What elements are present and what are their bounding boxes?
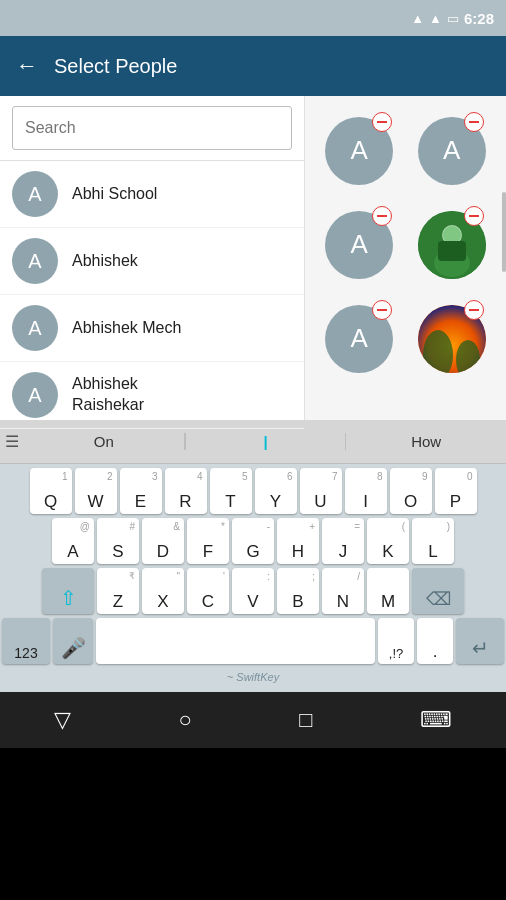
key-x[interactable]: "X <box>142 568 184 614</box>
key-e[interactable]: 3E <box>120 468 162 514</box>
avatar: A <box>12 372 58 418</box>
selected-person <box>408 296 497 381</box>
avatar: A <box>12 238 58 284</box>
suggestion-item-cursor: | <box>185 433 347 450</box>
remove-button[interactable] <box>464 300 484 320</box>
list-item[interactable]: A Abhishek <box>0 228 304 295</box>
contact-name: Abhishek <box>72 252 138 270</box>
list-item[interactable]: A Abhishek Mech <box>0 295 304 362</box>
main-content: A Abhi School A Abhishek A Abhishek Mech… <box>0 96 506 420</box>
suggestion-items: On | How <box>24 433 506 450</box>
key-r[interactable]: 4R <box>165 468 207 514</box>
list-item[interactable]: A Abhi School <box>0 161 304 228</box>
remove-button[interactable] <box>372 112 392 132</box>
suggestion-menu-icon[interactable]: ☰ <box>0 432 24 451</box>
key-g[interactable]: -G <box>232 518 274 564</box>
space-key[interactable] <box>96 618 375 664</box>
svg-rect-4 <box>438 241 466 261</box>
key-v[interactable]: :V <box>232 568 274 614</box>
key-f[interactable]: *F <box>187 518 229 564</box>
enter-key[interactable]: ↵ <box>456 618 504 664</box>
search-input[interactable] <box>12 106 292 150</box>
avatar: A <box>12 305 58 351</box>
search-box <box>0 96 304 161</box>
selected-person: A <box>315 202 404 287</box>
period-key[interactable]: . <box>417 618 453 664</box>
selected-person: A <box>408 108 497 193</box>
selected-person <box>408 202 497 287</box>
key-c[interactable]: 'C <box>187 568 229 614</box>
wifi-icon: ▲ <box>411 11 424 26</box>
nav-bar: ▽ ○ □ ⌨ <box>0 692 506 748</box>
key-i[interactable]: 8I <box>345 468 387 514</box>
status-time: 6:28 <box>464 10 494 27</box>
key-t[interactable]: 5T <box>210 468 252 514</box>
keyboard-row-4: 123 🎤 ,!? . ↵ <box>2 618 504 664</box>
remove-button[interactable] <box>372 206 392 226</box>
delete-key[interactable]: ⌫ <box>412 568 464 614</box>
key-a[interactable]: @A <box>52 518 94 564</box>
remove-button[interactable] <box>464 206 484 226</box>
back-button[interactable]: ← <box>16 53 38 79</box>
contact-name: Abhishek Mech <box>72 319 181 337</box>
key-m[interactable]: M <box>367 568 409 614</box>
mic-key[interactable]: 🎤 <box>53 618 93 664</box>
key-y[interactable]: 6Y <box>255 468 297 514</box>
keyboard: 1Q 2W 3E 4R 5T 6Y 7U 8I 9O 0P @A #S &D *… <box>0 464 506 692</box>
key-l[interactable]: )L <box>412 518 454 564</box>
key-h[interactable]: +H <box>277 518 319 564</box>
suggestion-item-how[interactable]: How <box>346 433 506 450</box>
key-w[interactable]: 2W <box>75 468 117 514</box>
list-item[interactable]: A AbhishekRaishekar <box>0 362 304 429</box>
app-bar: ← Select People <box>0 36 506 96</box>
key-z[interactable]: ₹Z <box>97 568 139 614</box>
selected-person: A <box>315 296 404 381</box>
status-icons: ▲ ▲ ▭ 6:28 <box>411 10 494 27</box>
key-q[interactable]: 1Q <box>30 468 72 514</box>
nav-recents-icon[interactable]: □ <box>299 707 312 733</box>
nav-back-icon[interactable]: ▽ <box>54 707 71 733</box>
selected-person: A <box>315 108 404 193</box>
key-b[interactable]: ;B <box>277 568 319 614</box>
contact-name: Abhi School <box>72 185 157 203</box>
nav-keyboard-icon[interactable]: ⌨ <box>420 707 452 733</box>
remove-button[interactable] <box>372 300 392 320</box>
swiftkey-logo: ~ SwiftKey <box>227 671 279 683</box>
key-j[interactable]: =J <box>322 518 364 564</box>
key-p[interactable]: 0P <box>435 468 477 514</box>
signal-icon: ▲ <box>429 11 442 26</box>
selected-panel: A A A A <box>305 96 506 420</box>
numbers-key[interactable]: 123 <box>2 618 50 664</box>
shift-key[interactable]: ⇧ <box>42 568 94 614</box>
keyboard-row-1: 1Q 2W 3E 4R 5T 6Y 7U 8I 9O 0P <box>2 468 504 514</box>
key-u[interactable]: 7U <box>300 468 342 514</box>
key-s[interactable]: #S <box>97 518 139 564</box>
key-k[interactable]: (K <box>367 518 409 564</box>
keyboard-row-2: @A #S &D *F -G +H =J (K )L <box>2 518 504 564</box>
key-d[interactable]: &D <box>142 518 184 564</box>
key-o[interactable]: 9O <box>390 468 432 514</box>
key-n[interactable]: /N <box>322 568 364 614</box>
nav-home-icon[interactable]: ○ <box>178 707 191 733</box>
contact-name: AbhishekRaishekar <box>72 374 144 416</box>
scroll-indicator <box>502 192 506 272</box>
battery-icon: ▭ <box>447 11 459 26</box>
avatar: A <box>12 171 58 217</box>
page-title: Select People <box>54 55 177 78</box>
keyboard-row-3: ⇧ ₹Z "X 'C :V ;B /N M ⌫ <box>2 568 504 614</box>
suggestion-item-on[interactable]: On <box>24 433 185 450</box>
contact-list: A Abhi School A Abhishek A Abhishek Mech… <box>0 96 305 420</box>
remove-button[interactable] <box>464 112 484 132</box>
status-bar: ▲ ▲ ▭ 6:28 <box>0 0 506 36</box>
punctuation-key[interactable]: ,!? <box>378 618 414 664</box>
swiftkey-branding: ~ SwiftKey <box>2 668 504 688</box>
